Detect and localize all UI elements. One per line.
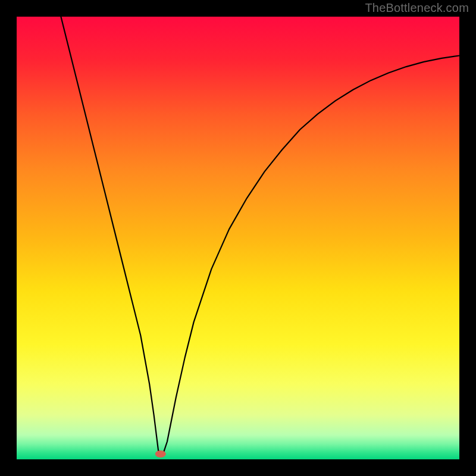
bottleneck-chart — [0, 0, 476, 476]
minimum-marker — [155, 450, 166, 458]
plot-background — [17, 17, 459, 459]
chart-stage: TheBottleneck.com — [0, 0, 476, 476]
watermark-text: TheBottleneck.com — [365, 1, 469, 15]
